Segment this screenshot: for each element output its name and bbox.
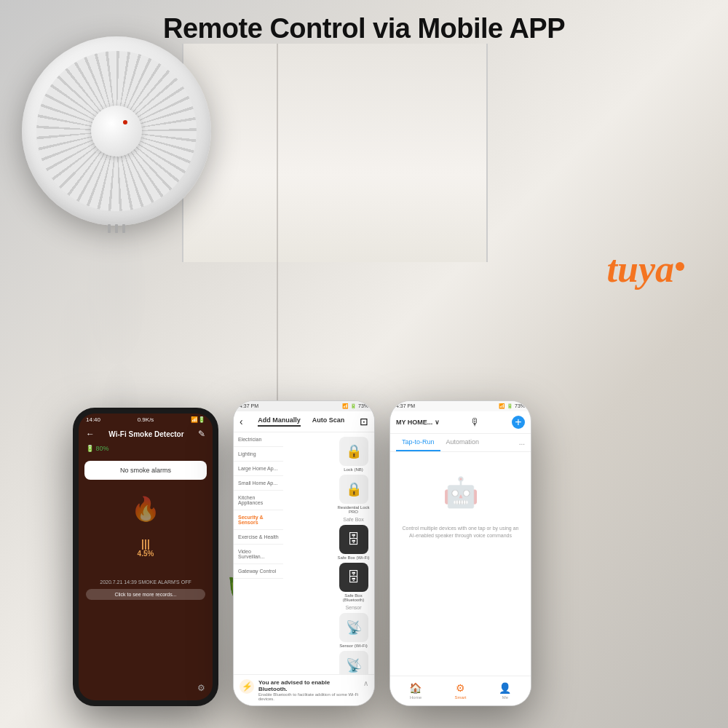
cat-kitchen[interactable]: Kitchen Appliances bbox=[234, 491, 283, 510]
lock-nb-icon: 🔒 bbox=[339, 437, 368, 466]
tab-auto-scan[interactable]: Auto Scan bbox=[312, 416, 345, 427]
bluetooth-text-area: You are advised to enable Bluetooth. Ena… bbox=[258, 679, 359, 701]
tuya-wifi-icon: ˈ bbox=[676, 262, 684, 271]
category-list: Electrician Lighting Large Home Ap... Sm… bbox=[234, 432, 283, 678]
nav-smart[interactable]: ⚙ Smart bbox=[454, 682, 466, 700]
smoke-wisp-2 bbox=[58, 291, 102, 400]
smart-icon: ⚙ bbox=[456, 682, 465, 694]
home-title[interactable]: MY HOME... ∨ bbox=[396, 419, 440, 426]
phone-main-status-bar: 14:40 0.9K/s 📶🔋 bbox=[79, 414, 213, 426]
nav-me[interactable]: 👤 Me bbox=[499, 682, 511, 700]
gear-button[interactable]: ⚙ bbox=[197, 683, 205, 693]
nav-me-label: Me bbox=[502, 695, 508, 700]
tab-tap-to-run[interactable]: Tap-to-Run bbox=[396, 434, 440, 451]
cat-security[interactable]: Security & Sensors bbox=[234, 510, 283, 530]
home-tabs: Tap-to-Run Automation ... bbox=[390, 434, 531, 452]
cat-small-home[interactable]: Small Home Ap... bbox=[234, 476, 283, 491]
see-records-button[interactable]: Click to see more records... bbox=[86, 589, 205, 600]
main-time: 14:40 bbox=[86, 416, 100, 423]
bluetooth-expand-button[interactable]: ∧ bbox=[363, 679, 368, 687]
log-entry: 2020.7.21 14:39 SMOKE ALARM'S OFF bbox=[79, 579, 213, 585]
lock-devices: 🔒 Lock (NB) 🔒 Residential Lock PRO bbox=[337, 437, 370, 514]
devices-area: 🔒 Lock (NB) 🔒 Residential Lock PRO Safe … bbox=[333, 432, 374, 678]
me-icon: 👤 bbox=[499, 682, 511, 694]
nav-smart-label: Smart bbox=[454, 695, 466, 700]
home-time: 4:37 PM bbox=[396, 403, 415, 409]
device-safe-bt[interactable]: 🗄 Safe Box (Bluetooth) bbox=[337, 563, 370, 602]
phone-main-header: ← Wi-Fi Smoke Detector ✎ bbox=[79, 426, 213, 442]
tuya-logo-text: tuya bbox=[607, 248, 674, 290]
flame-icon: 🔥 bbox=[124, 487, 167, 531]
sensor-wifi-label: Sensor (Wi-Fi) bbox=[337, 644, 370, 648]
smoke-detector-image bbox=[22, 36, 226, 240]
battery-status: 🔋 80% bbox=[79, 442, 213, 455]
tab-automation[interactable]: Automation bbox=[440, 434, 486, 451]
smoke-readout: ||| 4.5% bbox=[79, 538, 213, 558]
sensor-devices: 📡 Sensor (Wi-Fi) 📡 Sensor (Zigbee) 📡 Sen… bbox=[337, 613, 370, 678]
detector-led bbox=[123, 120, 127, 124]
cat-gateway[interactable]: Gateway Control bbox=[234, 564, 283, 579]
safe-wifi-icon: 🗄 bbox=[339, 525, 368, 554]
device-lock-pro[interactable]: 🔒 Residential Lock PRO bbox=[337, 475, 370, 514]
phone-main-screen: 14:40 0.9K/s 📶🔋 ← Wi-Fi Smoke Detector ✎… bbox=[79, 414, 213, 700]
add-status-bar: 4:37 PM 📶 🔋 73% bbox=[234, 401, 374, 411]
battery-pct: 80% bbox=[96, 445, 109, 452]
phones-container: 14:40 0.9K/s 📶🔋 ← Wi-Fi Smoke Detector ✎… bbox=[73, 400, 531, 706]
phone-main: 14:40 0.9K/s 📶🔋 ← Wi-Fi Smoke Detector ✎… bbox=[73, 408, 218, 706]
smoke-unit: 4.5% bbox=[79, 550, 213, 558]
lock-nb-label: Lock (NB) bbox=[337, 467, 370, 472]
tab-add-manually[interactable]: Add Manually bbox=[258, 416, 301, 427]
home-empty-text: Control multiple devices with one tap or… bbox=[402, 525, 519, 539]
add-content: Electrician Lighting Large Home Ap... Sm… bbox=[234, 432, 374, 678]
page-title: Remote Control via Mobile APP bbox=[0, 13, 728, 44]
add-title-bar: ‹ Add Manually Auto Scan ⊡ bbox=[234, 411, 374, 432]
lock-pro-label: Residential Lock PRO bbox=[337, 505, 370, 514]
cat-exercise[interactable]: Exercise & Health bbox=[234, 530, 283, 545]
cat-electrician[interactable]: Electrician bbox=[234, 432, 283, 447]
home-mic-icon[interactable]: 🎙 bbox=[470, 416, 480, 428]
safe-bt-label: Safe Box (Bluetooth) bbox=[337, 593, 370, 602]
device-safe-wifi[interactable]: 🗄 Safe Box (Wi-Fi) bbox=[337, 525, 370, 560]
bluetooth-description: Enable Bluetooth to facilitate addition … bbox=[258, 692, 359, 701]
edit-button[interactable]: ✎ bbox=[198, 429, 205, 439]
home-bottom-nav: 🏠 Home ⚙ Smart 👤 Me bbox=[390, 676, 531, 705]
back-button[interactable]: ← bbox=[86, 429, 95, 439]
safebox-section-label: Safe Box bbox=[337, 517, 370, 522]
home-status-bar: 4:37 PM 📶 🔋 73% bbox=[390, 401, 531, 411]
room-ceiling bbox=[182, 44, 488, 262]
alert-text: No smoke alarms bbox=[120, 467, 171, 474]
sensor-wifi-icon: 📡 bbox=[339, 613, 368, 642]
cat-video[interactable]: Video Surveillan... bbox=[234, 545, 283, 564]
device-sensor-wifi[interactable]: 📡 Sensor (Wi-Fi) bbox=[337, 613, 370, 648]
home-header: MY HOME... ∨ 🎙 + bbox=[390, 411, 531, 434]
scan-icon[interactable]: ⊡ bbox=[360, 416, 368, 427]
home-empty-state: 🤖 Control multiple devices with one tap … bbox=[390, 452, 531, 554]
add-time: 4:37 PM bbox=[240, 403, 258, 409]
device-lock-nb[interactable]: 🔒 Lock (NB) bbox=[337, 437, 370, 472]
home-icon: 🏠 bbox=[409, 682, 422, 694]
cat-large-home[interactable]: Large Home Ap... bbox=[234, 462, 283, 476]
lock-pro-icon: 🔒 bbox=[339, 475, 368, 504]
main-signal: 0.9K/s bbox=[138, 416, 154, 423]
bluetooth-icon: ⚡ bbox=[240, 679, 254, 694]
phone-home: 4:37 PM 📶 🔋 73% MY HOME... ∨ 🎙 + Tap-to-… bbox=[389, 400, 531, 706]
phone-add: 4:37 PM 📶 🔋 73% ‹ Add Manually Auto Scan… bbox=[233, 400, 375, 706]
sensor-section-label: Sensor bbox=[337, 605, 370, 610]
add-tabs: Add Manually Auto Scan bbox=[243, 416, 360, 427]
smoke-value: ||| bbox=[79, 538, 213, 550]
more-options-button[interactable]: ... bbox=[519, 434, 525, 451]
home-add-button[interactable]: + bbox=[512, 416, 525, 429]
bluetooth-title: You are advised to enable Bluetooth. bbox=[258, 679, 359, 692]
tuya-brand: tuyaˈ bbox=[607, 248, 684, 290]
safe-bt-icon: 🗄 bbox=[339, 563, 368, 592]
cat-lighting[interactable]: Lighting bbox=[234, 447, 283, 462]
bluetooth-banner: ⚡ You are advised to enable Bluetooth. E… bbox=[234, 674, 374, 705]
phone-main-title: Wi-Fi Smoke Detector bbox=[95, 430, 198, 438]
smoke-alert-box: No smoke alarms bbox=[84, 461, 207, 480]
safebox-devices: 🗄 Safe Box (Wi-Fi) 🗄 Safe Box (Bluetooth… bbox=[337, 525, 370, 602]
safe-wifi-label: Safe Box (Wi-Fi) bbox=[337, 555, 370, 560]
nav-home[interactable]: 🏠 Home bbox=[409, 682, 422, 700]
nav-home-label: Home bbox=[410, 695, 422, 700]
home-empty-illustration: 🤖 bbox=[432, 467, 490, 518]
